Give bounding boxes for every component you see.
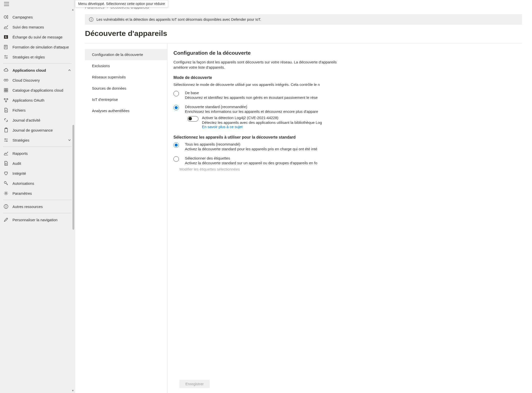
radio-de-base[interactable] [173,91,179,96]
sidebar-item-echange[interactable]: E Échange du suivi de message [0,32,75,42]
chevron-up-icon [68,68,71,72]
radio-description: Activez la découverte standard sur un ap… [185,161,317,165]
radio-label: Découverte standard (recommandée) [185,105,318,109]
sliders-icon [3,54,8,59]
sidebar-item-journal-gouvernance[interactable]: Journal de gouvernance [0,125,75,135]
sidebar-item-label: Stratégies [12,138,29,142]
hamburger-menu-button[interactable] [0,0,75,8]
clipboard-icon [3,128,8,133]
gear-icon [3,191,8,196]
radio-description: Activez la découverte standard pour les … [185,147,317,151]
sidebar-item-rapports[interactable]: Rapports [0,148,75,158]
section-title: Configuration de la découverte [173,50,532,56]
sidebar-item-audit[interactable]: Audit [0,158,75,168]
sidebar-item-label: Paramètres [12,191,32,196]
info-bar: Les vulnérabilités et la détection des a… [85,14,522,25]
sidebar-item-label: Échange du suivi de message [12,35,62,39]
toggle-log4j2[interactable] [187,116,198,122]
svg-point-14 [6,57,7,58]
sidebar-item-label: Formation de simulation d'attaque [12,45,69,49]
sidebar-item-label: Journal d'activité [12,118,40,122]
radio-description: Enrichissez les informations sur les app… [185,109,318,114]
edit-tags-link: Modifier les étiquettes sélectionnées [179,167,532,171]
subnav-configuration[interactable]: Configuration de la découverte [85,49,167,60]
svg-point-31 [6,141,7,142]
subnav-exclusions[interactable]: Exclusions [85,60,167,71]
exchange-icon: E [3,34,8,39]
svg-point-34 [4,182,6,184]
svg-point-29 [5,139,6,140]
sidebar-item-campagnes[interactable]: Campagnes [0,12,75,22]
panel-footer: Enregistrer [173,375,532,393]
toggle-description: Détectez les appareils avec des applicat… [202,120,322,125]
info-bar-text: Les vulnérabilités et la détection des a… [96,17,261,21]
svg-point-37 [5,193,7,194]
sidebar-item-journal-activite[interactable]: Journal d'activité [0,115,75,125]
sidebar-item-catalogue[interactable]: Catalogue d'applications cloud [0,85,75,95]
cloud-icon [3,68,8,73]
sidebar-item-parametres[interactable]: Paramètres [0,188,75,198]
sidebar-item-cloud-discovery[interactable]: Cloud Discovery [0,75,75,85]
radio-etiquettes[interactable] [173,156,179,162]
svg-line-35 [6,183,8,185]
svg-rect-18 [6,88,8,90]
save-button[interactable]: Enregistrer [179,380,210,388]
subnav-analyses[interactable]: Analyses authentifiées [85,105,167,116]
chart-line-icon [3,24,8,29]
sidebar-item-label: Catalogue d'applications cloud [12,88,63,92]
scrollbar-thumb[interactable] [72,125,74,230]
learn-more-link[interactable]: En savoir plus à ce sujet [202,125,243,129]
sidebar-item-autorisations[interactable]: Autorisations [0,178,75,188]
sidebar-item-suivi-menaces[interactable]: Suivi des menaces [0,22,75,32]
divider [3,147,72,147]
sidebar-item-label: Audit [12,161,21,166]
svg-point-12 [5,55,6,56]
radio-label: Sélectionner des étiquettes [185,156,317,160]
svg-point-23 [5,101,7,102]
sidebar-item-label: Autres ressources [12,204,43,209]
subnav-sources[interactable]: Sources de données [85,83,167,94]
sidebar-item-oauth[interactable]: Applications OAuth [0,95,75,105]
chevron-down-icon [68,138,71,142]
sidebar-item-strategies-regles[interactable]: Stratégies et règles [0,52,75,62]
sidebar-item-integrite[interactable]: Intégrité [0,168,75,178]
sidebar-item-autres-ressources[interactable]: Autres ressources [0,201,75,211]
sidebar-section-applications-cloud[interactable]: Applications cloud [0,65,75,75]
radio-label: Tous les appareils (recommandé) [185,142,317,146]
radio-tous-appareils[interactable] [173,142,179,148]
page-title: Découverte d'appareils [75,25,532,43]
scroll-down-arrow[interactable]: ▼ [0,389,75,393]
svg-text:E: E [5,36,7,38]
sidebar-item-label: Rapports [12,151,28,156]
building-icon [3,44,8,49]
svg-point-43 [91,18,91,19]
svg-rect-7 [4,45,7,49]
sidebar-item-personnaliser[interactable]: Personnaliser la navigation [0,215,75,225]
sidebar-item-label: Applications OAuth [12,98,44,102]
scroll-up-arrow[interactable]: ▲ [0,8,75,11]
sidebar-item-formation[interactable]: Formation de simulation d'attaque [0,42,75,52]
svg-point-3 [4,16,6,18]
sliders-icon [3,138,8,143]
pencil-icon [3,217,8,222]
subnav-reseaux[interactable]: Réseaux supervisés [85,71,167,83]
subnav-iot[interactable]: IoT d'entreprise [85,94,167,105]
svg-point-21 [4,99,5,100]
mode-description: Sélectionnez le mode de découverte utili… [173,82,532,87]
grid-icon [3,88,8,93]
sidebar-item-label: Personnaliser la navigation [12,218,57,222]
svg-rect-17 [4,88,6,90]
sidebar-item-label: Stratégies et règles [12,55,45,59]
sidebar-item-strategies[interactable]: Stratégies [0,135,75,145]
sidebar-item-fichiers[interactable]: Fichiers [0,105,75,115]
svg-rect-19 [4,90,6,92]
radio-standard[interactable] [173,105,179,110]
sidebar-item-label: Fichiers [12,108,26,112]
info-icon [3,204,8,209]
file-icon [3,108,8,113]
hamburger-icon [4,2,9,6]
svg-point-16 [6,79,8,81]
settings-panel: Configuration de la découverte Configure… [167,43,532,393]
megaphone-icon [3,14,8,19]
discovery-icon [3,78,8,83]
